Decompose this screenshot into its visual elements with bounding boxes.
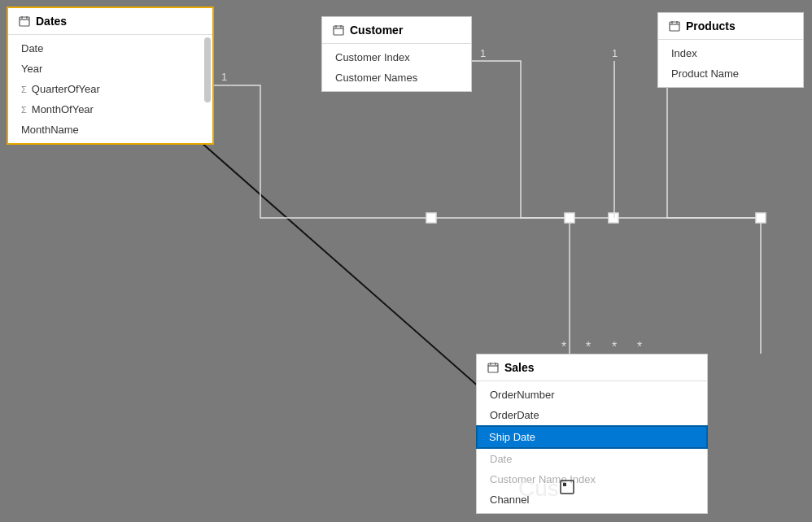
dates-row-date[interactable]: Date xyxy=(8,38,212,59)
dates-quarter-label: QuarterOfYear xyxy=(32,83,100,95)
customer-body: Customer Index Customer Names xyxy=(322,44,471,91)
dates-icon xyxy=(18,15,31,28)
sales-row-orderdate[interactable]: OrderDate xyxy=(477,405,707,425)
dates-row-quarter[interactable]: Σ QuarterOfYear xyxy=(8,79,212,99)
star-1: * xyxy=(561,340,566,354)
products-table: Products Index Product Name xyxy=(657,12,804,88)
sales-title: Sales xyxy=(504,361,535,374)
star-2: * xyxy=(586,340,591,354)
svg-rect-12 xyxy=(488,363,498,372)
dates-row-month[interactable]: Σ MonthOfYear xyxy=(8,99,212,120)
customer-icon xyxy=(332,24,345,37)
dates-title: Dates xyxy=(36,15,67,28)
sigma-icon-2: Σ xyxy=(21,105,27,115)
products-name-label: Product Name xyxy=(671,67,739,80)
customer-cardinality-2: 1 xyxy=(612,47,618,59)
customer-row-index[interactable]: Customer Index xyxy=(322,47,471,67)
sales-icon xyxy=(487,361,500,374)
svg-rect-4 xyxy=(334,26,343,35)
customer-header: Customer xyxy=(322,17,471,44)
dates-row-monthname[interactable]: MonthName xyxy=(8,120,212,140)
customer-cardinality-1: 1 xyxy=(480,47,486,59)
products-body: Index Product Name xyxy=(658,40,803,87)
sales-row-customernameindex[interactable]: Customer Name Index xyxy=(477,469,707,489)
connector-1 xyxy=(426,213,436,223)
products-header: Products xyxy=(658,13,803,40)
dates-sales-line xyxy=(214,85,431,218)
sales-table: Sales OrderNumber OrderDate Ship Date Da… xyxy=(476,354,708,514)
products-index-label: Index xyxy=(671,47,697,59)
sales-shipdate-label: Ship Date xyxy=(489,431,535,443)
products-icon xyxy=(668,20,681,33)
dates-month-label: MonthOfYear xyxy=(32,103,94,115)
dates-header: Dates xyxy=(8,8,212,35)
connector-4 xyxy=(756,213,766,223)
customer-row-names[interactable]: Customer Names xyxy=(322,67,471,88)
cus-partial-label: Cus xyxy=(518,476,559,502)
customer-names-label: Customer Names xyxy=(335,72,417,84)
products-line xyxy=(667,81,761,354)
customer-title: Customer xyxy=(350,24,403,37)
scrollbar[interactable] xyxy=(204,37,211,102)
sales-row-channel[interactable]: Channel xyxy=(477,489,707,510)
dates-monthname-label: MonthName xyxy=(21,124,79,136)
dates-date-label: Date xyxy=(21,42,43,54)
sales-row-date[interactable]: Date xyxy=(477,449,707,469)
dates-body: Date Year Σ QuarterOfYear Σ MonthOfYear … xyxy=(8,35,212,143)
dates-row-year[interactable]: Year xyxy=(8,59,212,79)
customer-table: Customer Customer Index Customer Names xyxy=(321,16,472,92)
sales-orderdate-label: OrderDate xyxy=(490,409,539,421)
connector-3 xyxy=(609,213,618,223)
star-3: * xyxy=(612,340,617,354)
sales-row-shipdate[interactable]: Ship Date xyxy=(476,425,708,449)
products-row-name[interactable]: Product Name xyxy=(658,63,803,84)
sigma-icon-1: Σ xyxy=(21,85,27,94)
svg-rect-8 xyxy=(670,22,679,31)
sales-row-ordernumber[interactable]: OrderNumber xyxy=(477,385,707,405)
products-row-index[interactable]: Index xyxy=(658,43,803,63)
svg-rect-0 xyxy=(20,17,29,26)
connector-2 xyxy=(565,213,574,223)
sales-header: Sales xyxy=(477,355,707,381)
customer-line-top xyxy=(472,61,570,218)
dates-cardinality: 1 xyxy=(221,71,227,83)
dates-table: Dates Date Year Σ QuarterOfYear Σ MonthO… xyxy=(7,7,214,145)
sales-date-label: Date xyxy=(490,453,512,465)
star-4: * xyxy=(637,340,642,354)
sales-body: OrderNumber OrderDate Ship Date Date Cus… xyxy=(477,381,707,513)
products-title: Products xyxy=(686,20,736,33)
customer-index-label: Customer Index xyxy=(335,51,410,63)
sales-ordernumber-label: OrderNumber xyxy=(490,389,554,401)
dates-year-label: Year xyxy=(21,63,42,75)
